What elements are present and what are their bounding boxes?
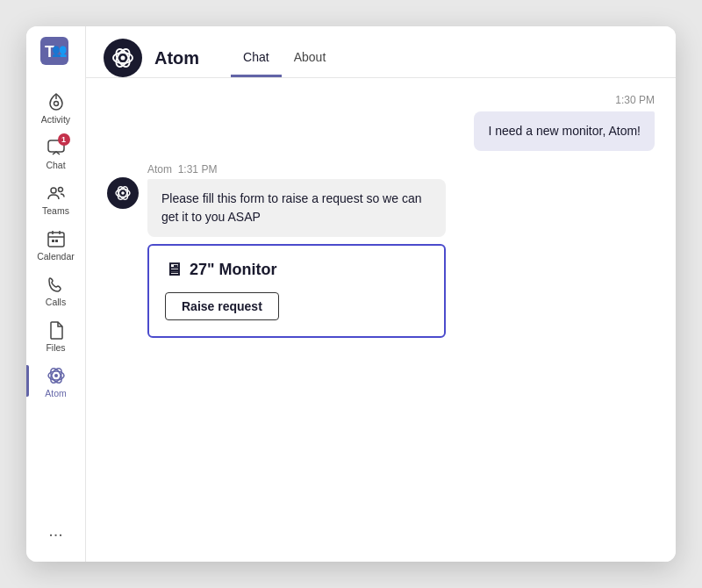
svg-text:👥: 👥 — [52, 43, 68, 58]
calls-icon — [46, 274, 67, 295]
bot-sender: Atom — [147, 163, 172, 176]
bot-message-row: Atom 1:31 PM Please fill this form to ra… — [107, 163, 655, 338]
atom-sidebar-label: Atom — [45, 388, 67, 398]
chat-area: 1:30 PM I need a new monitor, Atom! Ato — [86, 78, 676, 562]
teams-icon — [46, 183, 67, 204]
user-message-time: 1:30 PM — [107, 94, 655, 106]
svg-point-25 — [121, 191, 125, 195]
chat-label: Chat — [46, 160, 65, 170]
chat-icon: 1 — [46, 137, 67, 158]
bot-message-bubble: Please fill this form to raise a request… — [147, 179, 446, 237]
bot-mini-avatar — [107, 177, 139, 209]
activity-icon — [46, 91, 67, 112]
files-label: Files — [46, 342, 65, 353]
bot-name: Atom — [154, 48, 199, 68]
svg-point-3 — [54, 102, 58, 106]
sidebar-item-activity[interactable]: Activity — [26, 84, 85, 130]
tab-chat[interactable]: Chat — [231, 43, 282, 77]
files-icon — [46, 319, 67, 341]
sidebar-item-files[interactable]: Files — [26, 312, 85, 358]
atom-sidebar-icon — [46, 365, 67, 386]
bot-message-wrap: Atom 1:31 PM Please fill this form to ra… — [147, 163, 446, 338]
calendar-icon — [46, 228, 67, 249]
svg-rect-13 — [55, 240, 58, 242]
chat-badge: 1 — [58, 133, 70, 146]
app-window: T 👥 Activity 1 Chat Teams — [26, 26, 676, 562]
sidebar-item-chat[interactable]: 1 Chat — [26, 130, 85, 176]
card-title: 🖥 27" Monitor — [165, 260, 428, 280]
bot-time: 1:31 PM — [178, 163, 218, 176]
user-message-bubble: I need a new monitor, Atom! — [474, 111, 655, 151]
svg-rect-12 — [52, 240, 54, 242]
chat-header: Atom Chat About — [86, 26, 676, 78]
svg-point-7 — [58, 188, 62, 192]
tab-about[interactable]: About — [282, 43, 339, 77]
teams-logo: T 👥 — [40, 37, 72, 68]
sidebar-item-teams[interactable]: Teams — [26, 176, 85, 221]
more-button[interactable]: ... — [26, 513, 85, 548]
user-message-row: I need a new monitor, Atom! — [107, 111, 655, 151]
svg-point-6 — [51, 188, 56, 193]
raise-request-button[interactable]: Raise request — [165, 292, 279, 320]
bot-avatar — [104, 39, 142, 77]
teams-label: Teams — [42, 205, 69, 216]
activity-label: Activity — [41, 114, 70, 125]
sidebar-item-calendar[interactable]: Calendar — [26, 221, 85, 267]
svg-point-21 — [121, 56, 125, 61]
sidebar-item-atom[interactable]: Atom — [26, 358, 85, 404]
header-tabs: Chat About — [231, 39, 338, 77]
svg-point-17 — [54, 374, 58, 377]
calendar-label: Calendar — [37, 251, 75, 262]
main-panel: Atom Chat About 1:30 PM I need a new mon… — [86, 26, 676, 562]
calls-label: Calls — [46, 297, 66, 307]
sidebar: T 👥 Activity 1 Chat Teams — [26, 26, 86, 562]
card-title-text: 27" Monitor — [190, 261, 277, 279]
monitor-card: 🖥 27" Monitor Raise request — [147, 244, 446, 338]
monitor-icon: 🖥 — [165, 260, 183, 280]
bot-meta: Atom 1:31 PM — [147, 163, 446, 176]
sidebar-item-calls[interactable]: Calls — [26, 267, 85, 312]
